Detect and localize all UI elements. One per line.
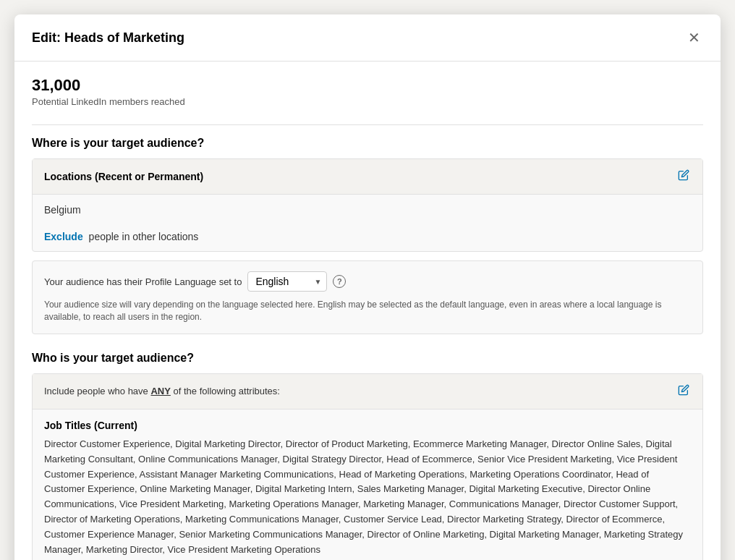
where-heading: Where is your target audience? xyxy=(32,137,703,150)
locations-edit-button[interactable] xyxy=(676,168,691,185)
exclude-link[interactable]: Exclude xyxy=(44,231,83,242)
where-section: Where is your target audience? Locations… xyxy=(32,137,703,334)
language-select-wrapper: English French Dutch German Spanish ▼ xyxy=(247,271,327,292)
divider-1 xyxy=(32,124,703,125)
include-edit-button[interactable] xyxy=(676,383,691,400)
job-titles-section: Job Titles (Current) Director Customer E… xyxy=(33,410,702,560)
close-button[interactable]: ✕ xyxy=(685,26,703,49)
language-select[interactable]: English French Dutch German Spanish xyxy=(247,271,327,292)
pencil-icon-2 xyxy=(678,384,689,396)
locations-card-header: Locations (Recent or Permanent) xyxy=(33,159,702,195)
locations-card-title: Locations (Recent or Permanent) xyxy=(44,171,203,182)
modal-title: Edit: Heads of Marketing xyxy=(32,30,184,46)
reach-label: Potential LinkedIn members reached xyxy=(32,96,703,107)
job-titles-list: Director Customer Experience, Digital Ma… xyxy=(44,437,691,557)
help-icon[interactable]: ? xyxy=(333,275,346,288)
edit-modal: Edit: Heads of Marketing ✕ 31,000 Potent… xyxy=(14,14,721,560)
modal-body: 31,000 Potential LinkedIn members reache… xyxy=(14,61,721,560)
location-value: Belgium xyxy=(44,204,81,216)
include-card: Include people who have ANY of the follo… xyxy=(32,373,703,560)
modal-header: Edit: Heads of Marketing ✕ xyxy=(14,14,721,61)
pencil-icon xyxy=(678,169,689,181)
job-titles-label: Job Titles (Current) xyxy=(44,420,691,431)
language-note: Your audience size will vary depending o… xyxy=(44,299,691,323)
who-heading: Who is your target audience? xyxy=(32,352,703,365)
include-header-text: Include people who have ANY of the follo… xyxy=(44,386,280,396)
exclude-text: people in other locations xyxy=(89,231,199,242)
include-header: Include people who have ANY of the follo… xyxy=(33,374,702,410)
locations-card-content: Belgium xyxy=(33,195,702,225)
exclude-row: Exclude people in other locations xyxy=(33,225,702,251)
reach-section: 31,000 Potential LinkedIn members reache… xyxy=(32,76,703,107)
any-label: ANY xyxy=(150,386,170,396)
language-card: Your audience has their Profile Language… xyxy=(32,260,703,334)
reach-number: 31,000 xyxy=(32,76,703,95)
language-prefix: Your audience has their Profile Language… xyxy=(44,276,242,287)
locations-card: Locations (Recent or Permanent) Belgium … xyxy=(32,158,703,252)
who-section: Who is your target audience? Include peo… xyxy=(32,352,703,560)
language-row: Your audience has their Profile Language… xyxy=(44,271,691,292)
